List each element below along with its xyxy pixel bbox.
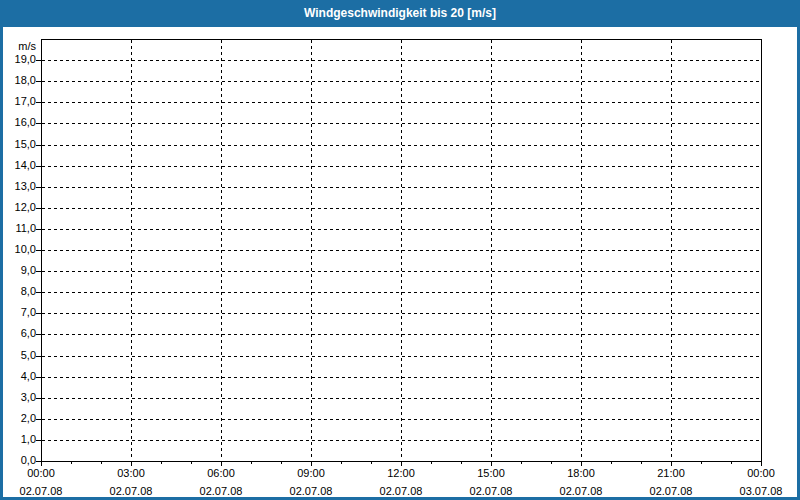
y-axis-tick-label: 16,0 <box>0 116 36 129</box>
x-axis-date-label: 02.07.08 <box>455 484 527 498</box>
y-axis-tick-label: 13,0 <box>0 180 36 193</box>
y-axis-tick-label: 1,0 <box>0 433 36 446</box>
x-axis-time-label: 06:00 <box>191 466 251 480</box>
x-axis-time-label: 15:00 <box>461 466 521 480</box>
x-axis-time-label: 00:00 <box>731 466 791 480</box>
chart-window: Windgeschwindigkeit bis 20 [m/s] m/s 0,0… <box>0 0 800 500</box>
y-axis-tick-label: 15,0 <box>0 138 36 151</box>
y-axis-tick-label: 2,0 <box>0 412 36 425</box>
y-axis-unit-label: m/s <box>0 40 36 53</box>
y-axis-tick-label: 14,0 <box>0 159 36 172</box>
y-axis-tick-label: 8,0 <box>0 285 36 298</box>
x-axis-time-label: 12:00 <box>371 466 431 480</box>
y-axis-tick-label: 19,0 <box>0 53 36 66</box>
y-axis-tick-label: 3,0 <box>0 391 36 404</box>
y-axis-tick-label: 12,0 <box>0 201 36 214</box>
x-axis-date-label: 03.07.08 <box>725 484 797 498</box>
x-axis-time-label: 18:00 <box>551 466 611 480</box>
x-axis-time-label: 09:00 <box>281 466 341 480</box>
y-axis-tick-label: 5,0 <box>0 349 36 362</box>
y-axis-tick-label: 11,0 <box>0 222 36 235</box>
y-axis-tick-label: 17,0 <box>0 95 36 108</box>
x-axis-time-label: 21:00 <box>641 466 701 480</box>
y-axis-tick-label: 9,0 <box>0 264 36 277</box>
y-axis-tick-label: 7,0 <box>0 306 36 319</box>
chart-area: m/s 0,01,02,03,04,05,06,07,08,09,010,011… <box>0 0 800 500</box>
x-axis-date-label: 02.07.08 <box>275 484 347 498</box>
x-axis-date-label: 02.07.08 <box>5 484 77 498</box>
x-axis-date-label: 02.07.08 <box>545 484 617 498</box>
y-axis-tick-label: 10,0 <box>0 243 36 256</box>
x-axis-date-label: 02.07.08 <box>185 484 257 498</box>
y-axis-tick-label: 4,0 <box>0 370 36 383</box>
x-axis-date-label: 02.07.08 <box>365 484 437 498</box>
x-axis-date-label: 02.07.08 <box>635 484 707 498</box>
chart-grid-canvas <box>0 0 800 500</box>
y-axis-tick-label: 6,0 <box>0 327 36 340</box>
x-axis-date-label: 02.07.08 <box>95 484 167 498</box>
y-axis-tick-label: 18,0 <box>0 74 36 87</box>
x-axis-time-label: 03:00 <box>101 466 161 480</box>
x-axis-time-label: 00:00 <box>11 466 71 480</box>
